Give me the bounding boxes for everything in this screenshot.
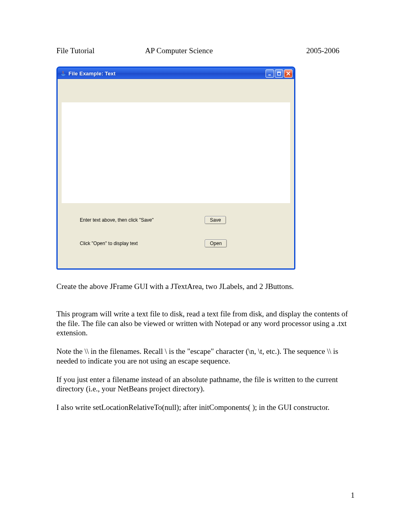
paragraph-3: Note the \\ in the filenames. Recall \ i…	[56, 347, 355, 366]
paragraph-4: If you just enter a filename instead of …	[56, 375, 355, 394]
header-center: AP Computer Science	[137, 46, 306, 55]
open-label: Click "Open" to display text	[80, 241, 185, 246]
svg-rect-2	[268, 75, 271, 75]
page-number: 1	[351, 491, 355, 500]
window-title: File Example: Text	[68, 71, 266, 77]
header-left: File Tutorial	[56, 46, 137, 55]
window-controls	[266, 69, 293, 78]
maximize-button[interactable]	[275, 69, 283, 78]
jframe-window: File Example: Text	[56, 66, 295, 270]
svg-point-1	[62, 75, 65, 76]
header-right: 2005-2006	[306, 46, 355, 55]
open-row: Click "Open" to display text Open	[80, 239, 278, 247]
minimize-button[interactable]	[266, 69, 274, 78]
client-area: Enter text above, then click "Save" Save…	[58, 79, 294, 268]
java-icon	[60, 70, 66, 77]
svg-rect-4	[278, 72, 281, 73]
save-row: Enter text above, then click "Save" Save	[80, 216, 278, 224]
save-label: Enter text above, then click "Save"	[80, 217, 185, 223]
body-text: Create the above JFrame GUI with a JText…	[56, 282, 355, 412]
paragraph-5: I also write setLocationRelativeTo(null)…	[56, 403, 355, 412]
titlebar[interactable]: File Example: Text	[58, 68, 294, 79]
text-area[interactable]	[62, 102, 290, 203]
paragraph-2: This program will write a text file to d…	[56, 309, 355, 338]
paragraph-1: Create the above JFrame GUI with a JText…	[56, 282, 355, 291]
open-button[interactable]: Open	[205, 239, 227, 247]
save-button[interactable]: Save	[205, 216, 226, 224]
close-button[interactable]	[284, 69, 293, 78]
page-header: File Tutorial AP Computer Science 2005-2…	[56, 46, 355, 55]
